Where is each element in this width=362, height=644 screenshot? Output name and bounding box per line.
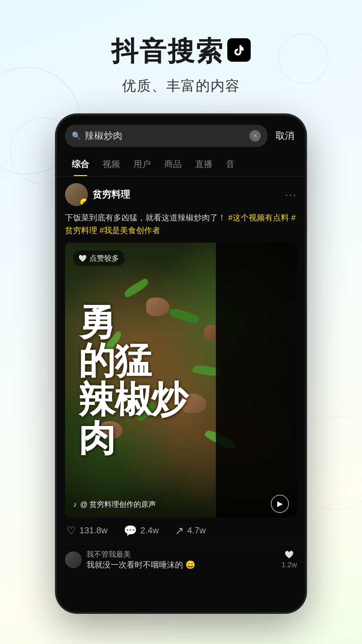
clear-button[interactable]: ✕	[249, 130, 261, 142]
post-description: 下饭菜到底有多凶猛，就看这道辣椒炒肉了！ #这个视频有点料 #贫穷料理 #我是美…	[65, 211, 297, 237]
heart-icon: ♡	[66, 524, 76, 537]
app-title: 抖音搜索	[0, 34, 362, 70]
share-icon: ↗	[175, 524, 184, 537]
tab-user[interactable]: 用户	[127, 152, 158, 176]
tab-live[interactable]: 直播	[188, 152, 219, 176]
tab-product[interactable]: 商品	[158, 152, 188, 176]
video-title: 勇的猛辣椒炒肉	[78, 303, 284, 458]
search-bar-area: 🔍 辣椒炒肉 ✕ 取消	[57, 115, 305, 147]
hashtag-1[interactable]: #这个视频有点料	[228, 213, 291, 222]
play-button[interactable]: ▶	[271, 495, 289, 513]
search-icon: 🔍	[72, 131, 81, 140]
tab-label: 商品	[164, 159, 182, 169]
title-text: 抖音搜索	[111, 34, 224, 70]
close-icon: ✕	[252, 132, 258, 140]
hashtag-3[interactable]: #我是美食创作者	[100, 226, 160, 235]
phone-container: 🔍 辣椒炒肉 ✕ 取消 综合 视频 用户	[57, 115, 305, 612]
phone-mockup: 🔍 辣椒炒肉 ✕ 取消 综合 视频 用户	[57, 115, 305, 612]
tab-label: 直播	[195, 159, 213, 169]
tiktok-logo-icon	[227, 38, 251, 62]
comment-username: 我不管我最美	[86, 549, 277, 559]
shares-count-item[interactable]: ↗ 4.7w	[175, 524, 206, 537]
header-section: 抖音搜索 优质、丰富的内容	[0, 0, 362, 115]
likes-count-item[interactable]: ♡ 131.8w	[66, 524, 108, 537]
comment-preview: 我不管我最美 我就没一次看时不咽唾沫的 😄 🤍 1.2w	[57, 544, 305, 576]
comments-count: 2.4w	[140, 525, 159, 536]
verified-badge: ✓	[80, 199, 88, 206]
sound-text: @ 贫穷料理创作的原声	[80, 499, 277, 509]
content-area: ✓ 贫穷料理 ··· 下饭菜到底有多凶猛，就看这道辣椒炒肉了！ #这个视频有点料…	[57, 176, 305, 612]
tab-label: 用户	[133, 159, 151, 169]
comment-content: 我就没一次看时不咽唾沫的 😄	[86, 559, 277, 570]
comment-avatar	[65, 551, 82, 568]
shares-count: 4.7w	[187, 525, 206, 536]
play-icon: ▶	[277, 499, 283, 508]
tab-label: 综合	[72, 159, 89, 169]
engagement-row: ♡ 131.8w 💬 2.4w ↗ 4.7w	[65, 524, 297, 537]
search-input-wrapper[interactable]: 🔍 辣椒炒肉 ✕	[65, 125, 267, 147]
tab-audio[interactable]: 音	[219, 152, 241, 176]
tab-label: 音	[226, 159, 235, 169]
comment-like-count: 1.2w	[282, 560, 297, 569]
phone-screen: 🔍 辣椒炒肉 ✕ 取消 综合 视频 用户	[57, 115, 305, 612]
sound-bar: ♪ @ 贫穷料理创作的原声	[73, 499, 277, 509]
likes-count: 131.8w	[79, 525, 108, 536]
cancel-button[interactable]: 取消	[273, 129, 297, 142]
video-title-overlay: 勇的猛辣椒炒肉	[65, 243, 297, 518]
comment-heart-icon: 🤍	[285, 550, 294, 559]
post-user[interactable]: ✓ 贫穷料理	[65, 183, 130, 206]
more-options-button[interactable]: ···	[285, 189, 297, 201]
username: 贫穷料理	[93, 188, 130, 201]
comment-likes: 🤍 1.2w	[282, 550, 297, 569]
tab-comprehensive[interactable]: 综合	[65, 152, 96, 176]
video-thumbnail[interactable]: 🤍 点赞较多 勇的猛辣椒炒肉 ♪ @ 贫穷料理创作的原声	[65, 243, 297, 518]
app-subtitle: 优质、丰富的内容	[0, 76, 362, 95]
tab-label: 视频	[103, 159, 120, 169]
avatar: ✓	[65, 183, 88, 206]
search-query: 辣椒炒肉	[85, 129, 245, 142]
post-card: ✓ 贫穷料理 ··· 下饭菜到底有多凶猛，就看这道辣椒炒肉了！ #这个视频有点料…	[57, 176, 305, 544]
post-header: ✓ 贫穷料理 ···	[65, 183, 297, 206]
comment-text-area: 我不管我最美 我就没一次看时不咽唾沫的 😄	[86, 549, 277, 570]
tiktok-music-icon: ♪	[73, 500, 77, 509]
tab-video[interactable]: 视频	[96, 152, 127, 176]
post-text: 下饭菜到底有多凶猛，就看这道辣椒炒肉了！	[65, 213, 226, 222]
tabs-row: 综合 视频 用户 商品 直播 音	[57, 152, 305, 176]
comment-icon: 💬	[124, 524, 137, 537]
comments-count-item[interactable]: 💬 2.4w	[124, 524, 159, 537]
